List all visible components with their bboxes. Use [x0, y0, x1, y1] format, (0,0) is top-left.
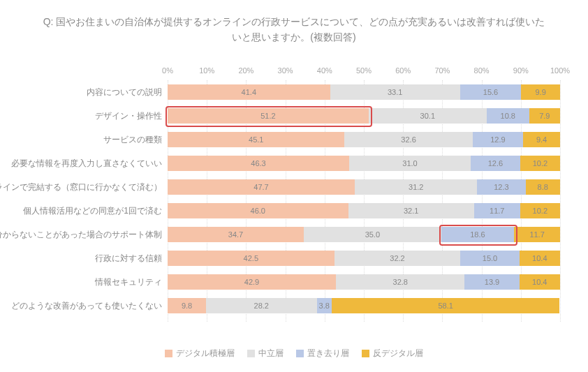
bar-segment: 31.2: [355, 179, 477, 195]
legend-label: 中立層: [258, 348, 284, 359]
bar-segment: 47.7: [168, 179, 355, 195]
bar-row: 46.032.111.710.2: [168, 203, 560, 218]
bar-segment: 30.1: [369, 108, 487, 124]
bar-segment: 11.7: [474, 203, 520, 218]
bar-segment: 42.9: [168, 274, 336, 290]
bar-row: 51.230.110.87.9: [168, 108, 560, 124]
bar-row: 9.828.23.858.1: [168, 298, 560, 313]
bar-segment: 9.8: [168, 298, 206, 313]
bar-segment: 15.0: [460, 251, 519, 266]
bar-segment: 35.0: [304, 227, 441, 242]
y-category-label: オンラインで完結する（窓口に行かなくて済む）: [0, 181, 162, 193]
bar-row: 41.433.115.69.9: [168, 84, 560, 100]
bar-segment: 32.8: [336, 274, 464, 290]
legend-swatch: [247, 350, 255, 357]
bar-segment: 42.5: [168, 251, 335, 266]
y-category-label: どのような改善があっても使いたくない: [11, 300, 162, 312]
bar-segment: 12.6: [471, 156, 520, 171]
legend-item: 反デジタル層: [362, 348, 423, 359]
legend-item: 置き去り層: [296, 348, 349, 359]
legend-label: 反デジタル層: [373, 348, 423, 359]
bar-segment: 18.6: [441, 227, 515, 242]
x-tick: 100%: [550, 66, 570, 75]
bar-row: 46.331.012.610.2: [168, 156, 560, 171]
bar-segment: 8.8: [526, 179, 560, 195]
bar-segment: 32.2: [335, 251, 461, 266]
x-tick: 80%: [474, 66, 490, 75]
bar-segment: 32.1: [348, 203, 474, 218]
bar-segment: 10.2: [520, 203, 560, 218]
bar-segment: 33.1: [330, 84, 460, 100]
bar-segment: 11.7: [514, 227, 560, 242]
bar-segment: 46.0: [168, 203, 348, 218]
x-tick: 90%: [513, 66, 529, 75]
bar-segment: 7.9: [529, 108, 560, 124]
bar-segment: 31.0: [349, 156, 471, 171]
x-tick: 0%: [162, 66, 173, 75]
bar-row: 34.735.018.611.7: [168, 227, 560, 242]
bar-segment: 58.1: [332, 298, 560, 313]
legend-swatch: [362, 350, 369, 357]
bar-row: 47.731.212.38.8: [168, 179, 560, 195]
legend-swatch: [165, 350, 172, 357]
bar-row: 45.132.612.99.4: [168, 132, 560, 147]
chart-title: Q: 国やお住まいの自治体が提供するオンラインの行政サービスについて、どの点が充…: [0, 0, 588, 45]
y-category-label: 行政に対する信頼: [95, 253, 162, 265]
bar-segment: 10.4: [520, 251, 560, 266]
legend-swatch: [296, 350, 304, 357]
bar-segment: 9.4: [523, 132, 560, 147]
gridline: [560, 80, 561, 322]
legend: デジタル積極層中立層置き去り層反デジタル層: [0, 348, 588, 359]
x-tick: 20%: [238, 66, 253, 75]
bar-row: 42.932.813.910.4: [168, 274, 560, 290]
bar-segment: 3.8: [317, 298, 332, 313]
bar-segment: 13.9: [464, 274, 519, 290]
y-category-label: 情報セキュリティ: [95, 276, 162, 288]
bar-segment: 9.9: [521, 84, 560, 100]
bar-segment: 45.1: [168, 132, 344, 147]
legend-item: デジタル積極層: [165, 348, 235, 359]
bar-segment: 51.2: [168, 108, 369, 124]
bar-segment: 10.4: [520, 274, 560, 290]
x-tick: 70%: [434, 66, 450, 75]
bar-segment: 28.2: [206, 298, 316, 313]
bar-segment: 46.3: [168, 156, 349, 171]
bar-segment: 32.6: [344, 132, 472, 147]
x-tick: 10%: [199, 66, 214, 75]
y-category-label: デザイン・操作性: [95, 110, 162, 122]
legend-item: 中立層: [247, 348, 284, 359]
y-category-label: 内容についての説明: [87, 87, 162, 98]
y-category-label: サービスの種類: [103, 134, 162, 146]
y-category-label: 必要な情報を再度入力し直さなくていい: [11, 158, 162, 170]
x-tick: 30%: [278, 66, 293, 75]
chart-area: 内容についての説明デザイン・操作性サービスの種類必要な情報を再度入力し直さなくて…: [0, 66, 588, 330]
y-category-label: 分からないことがあった場合のサポート体制: [0, 229, 162, 241]
bar-row: 42.532.215.010.4: [168, 251, 560, 266]
x-tick: 60%: [395, 66, 411, 75]
y-category-label: 個人情報活用などの同意が1回で済む: [23, 205, 162, 217]
bar-segment: 12.3: [477, 179, 525, 195]
bar-segment: 34.7: [168, 227, 304, 242]
x-tick: 50%: [356, 66, 372, 75]
bar-segment: 12.9: [473, 132, 523, 147]
bar-segment: 15.6: [460, 84, 522, 100]
legend-label: デジタル積極層: [176, 348, 235, 359]
bar-segment: 41.4: [168, 84, 330, 100]
x-tick: 40%: [317, 66, 332, 75]
bar-segment: 10.8: [487, 108, 529, 124]
legend-label: 置き去り層: [307, 348, 349, 359]
bar-segment: 10.2: [520, 156, 560, 171]
